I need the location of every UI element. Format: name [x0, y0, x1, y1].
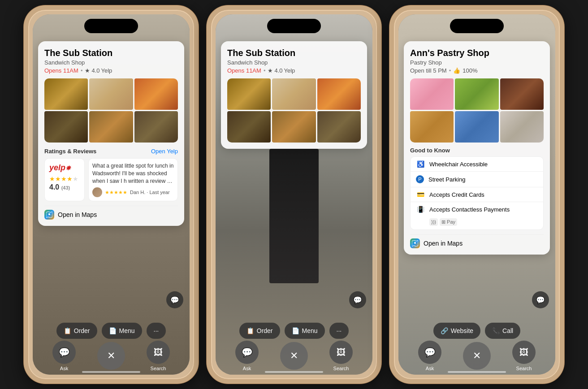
- rating-value: 100%: [463, 67, 477, 74]
- volume-down-button[interactable]: [24, 84, 25, 98]
- ask-nav-item[interactable]: 💬 Ask: [418, 341, 441, 371]
- review-container: yelp✸ ★ ★ ★ ★ ★ 4.0 (43): [44, 158, 178, 201]
- photo-1: [410, 78, 454, 110]
- photo-grid: [44, 78, 178, 143]
- ask-nav-item[interactable]: 💬 Ask: [52, 341, 76, 371]
- more-label: ···: [337, 327, 342, 334]
- place-name: Ann's Pastry Shop: [410, 48, 544, 58]
- search-nav-item[interactable]: 🖼 Search: [329, 341, 353, 371]
- parking-text: Street Parking: [428, 176, 465, 183]
- home-indicator: [448, 371, 506, 373]
- star-icon: ★: [268, 67, 273, 74]
- reviewer-avatar: [92, 187, 102, 197]
- volume-up-button[interactable]: [24, 64, 25, 78]
- open-time: Open till 5 PM: [410, 67, 447, 74]
- chat-bubble-button[interactable]: 💬: [532, 291, 549, 308]
- bottom-toolbar: 📋 Order 📄 Menu ···: [33, 323, 190, 339]
- bottom-nav: 💬 Ask ✕ 🖼 Search: [398, 341, 555, 371]
- notch: [450, 19, 504, 33]
- chat-bubble-button[interactable]: 💬: [349, 291, 366, 308]
- photo-6: [317, 111, 361, 143]
- menu-button[interactable]: 📄 Menu: [102, 323, 142, 339]
- payment-icons: ))) ⊞ Pay: [416, 218, 457, 226]
- search-label: Search: [516, 366, 532, 371]
- volume-down-button[interactable]: [389, 84, 390, 98]
- search-nav-item[interactable]: 🖼 Search: [512, 341, 536, 371]
- open-yelp-link[interactable]: Open Yelp: [151, 148, 178, 155]
- close-circle: ✕: [97, 342, 125, 370]
- info-card-1: The Sub Station Sandwich Shop Opens 11AM…: [38, 41, 184, 226]
- info-card-2: The Sub Station Sandwich Shop Opens 11AM…: [221, 41, 367, 149]
- ask-icon: 💬: [242, 347, 253, 358]
- power-button[interactable]: [198, 68, 199, 89]
- website-button[interactable]: 🔗 Website: [433, 323, 480, 339]
- good-to-know-label: Good to Know: [410, 147, 544, 154]
- open-maps[interactable]: Open in Maps: [44, 206, 178, 220]
- place-name: The Sub Station: [44, 48, 178, 58]
- photo-3: [134, 78, 178, 110]
- volume-up-button[interactable]: [207, 64, 208, 78]
- photo-grid: [410, 78, 544, 143]
- search-image-icon: 🖼: [154, 347, 163, 358]
- reviewer-row: ★ ★ ★ ★ ★ Dan H. · Last year: [92, 187, 174, 197]
- search-circle: 🖼: [147, 341, 170, 364]
- close-nav-item[interactable]: ✕: [97, 342, 125, 370]
- rating: ★ 4.0 Yelp: [268, 67, 295, 74]
- photo-5: [455, 111, 498, 143]
- review-text-box: What a great little spot for lunch in Wa…: [88, 158, 178, 201]
- bottom-toolbar: 🔗 Website 📞 Call: [398, 323, 555, 339]
- rating: ★ 4.0 Yelp: [85, 67, 112, 74]
- close-nav-item[interactable]: ✕: [463, 342, 491, 370]
- order-label: Order: [257, 327, 273, 334]
- stars-row: ★ ★ ★ ★ ★: [49, 175, 78, 182]
- maps-icon: [44, 210, 54, 220]
- good-to-know-list: ♿ Wheelchair Accessible P Street Parking…: [410, 156, 544, 230]
- nfc-icon: ))): [429, 218, 438, 226]
- call-button[interactable]: 📞 Call: [485, 323, 520, 339]
- ask-nav-item[interactable]: 💬 Ask: [235, 341, 259, 371]
- volume-down-button[interactable]: [207, 84, 208, 98]
- order-icon: 📋: [246, 327, 254, 334]
- photo-1: [44, 78, 88, 110]
- call-label: Call: [502, 327, 513, 334]
- open-time: Opens 11AM: [44, 67, 78, 74]
- open-maps[interactable]: Open in Maps: [410, 234, 544, 248]
- star-icon: ★: [85, 67, 90, 74]
- order-button[interactable]: 📋 Order: [239, 323, 280, 339]
- photo-2: [272, 78, 316, 110]
- search-label: Search: [333, 366, 349, 371]
- review-stars: ★ ★ ★ ★ ★: [105, 190, 127, 195]
- bottom-toolbar: 📋 Order 📄 Menu ···: [216, 323, 372, 339]
- menu-button[interactable]: 📄 Menu: [285, 323, 325, 339]
- more-button[interactable]: ···: [329, 323, 349, 339]
- photo-4: [410, 111, 454, 143]
- power-button[interactable]: [563, 68, 564, 89]
- place-category: Sandwich Shop: [227, 59, 361, 66]
- phone-3: Ann's Pastry Shop Pastry Shop Open till …: [389, 5, 564, 384]
- power-button[interactable]: [380, 68, 381, 89]
- parking-icon: P: [416, 175, 424, 183]
- phone-2: The Sub Station Sandwich Shop Opens 11AM…: [207, 5, 381, 384]
- more-button[interactable]: ···: [147, 323, 166, 339]
- chat-bubble-button[interactable]: 💬: [166, 291, 183, 308]
- place-status: Opens 11AM • ★ 4.0 Yelp: [227, 67, 361, 74]
- wheelchair-icon: ♿: [416, 160, 425, 168]
- photo-4: [227, 111, 271, 143]
- ask-icon: 💬: [59, 347, 70, 358]
- info-card-3: Ann's Pastry Shop Pastry Shop Open till …: [404, 41, 550, 255]
- ask-circle: 💬: [418, 341, 441, 364]
- search-nav-item[interactable]: 🖼 Search: [147, 341, 170, 371]
- search-circle: 🖼: [512, 341, 536, 364]
- volume-up-button[interactable]: [389, 64, 390, 78]
- order-button[interactable]: 📋 Order: [56, 323, 97, 339]
- website-icon: 🔗: [441, 327, 448, 334]
- open-maps-text: Open in Maps: [424, 240, 463, 247]
- close-icon: ✕: [107, 350, 115, 362]
- phone-1: The Sub Station Sandwich Shop Opens 11AM…: [24, 5, 199, 384]
- menu-icon: 📄: [292, 327, 299, 334]
- close-nav-item[interactable]: ✕: [280, 342, 308, 370]
- website-label: Website: [451, 327, 473, 334]
- search-label: Search: [151, 366, 166, 371]
- photo-6: [500, 111, 544, 143]
- place-status: Opens 11AM • ★ 4.0 Yelp: [44, 67, 178, 74]
